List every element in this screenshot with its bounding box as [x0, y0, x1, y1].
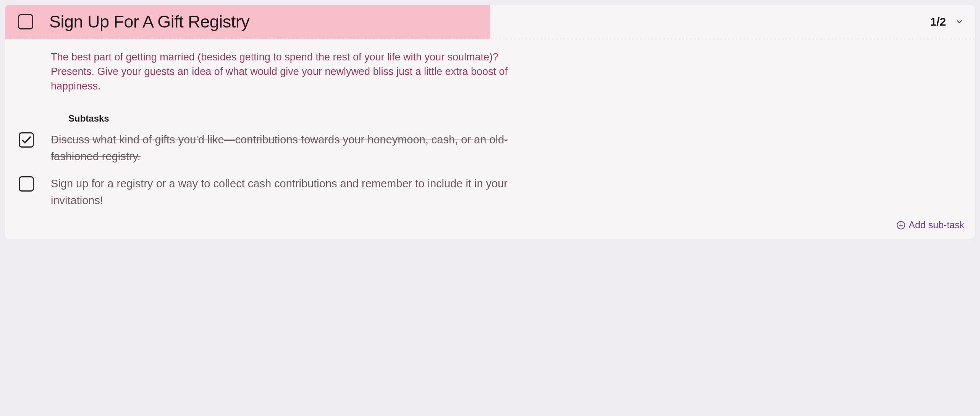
task-description: The best part of getting married (beside… [51, 50, 521, 93]
subtask-text[interactable]: Sign up for a registry or a way to colle… [51, 176, 540, 209]
add-subtask-label: Add sub-task [909, 219, 964, 231]
task-card: Sign Up For A Gift Registry 1/2 The best… [5, 5, 975, 239]
chevron-down-icon[interactable] [954, 17, 964, 27]
task-title[interactable]: Sign Up For A Gift Registry [49, 12, 930, 32]
task-checkbox[interactable] [18, 14, 33, 29]
subtask-row: Discuss what kind of gifts you'd like—co… [19, 132, 964, 165]
subtasks-section: Subtasks Discuss what kind of gifts you'… [51, 113, 964, 231]
subtask-checkbox[interactable] [19, 132, 34, 148]
subtask-row: Sign up for a registry or a way to colle… [19, 176, 964, 209]
subtask-checkbox[interactable] [19, 176, 34, 192]
task-body: The best part of getting married (beside… [5, 39, 975, 239]
task-header: Sign Up For A Gift Registry 1/2 [5, 5, 975, 39]
add-subtask-button[interactable]: Add sub-task [51, 219, 964, 231]
subtask-text[interactable]: Discuss what kind of gifts you'd like—co… [51, 132, 540, 165]
subtasks-label: Subtasks [68, 113, 964, 124]
plus-circle-icon [896, 221, 906, 230]
progress-count: 1/2 [930, 15, 946, 28]
